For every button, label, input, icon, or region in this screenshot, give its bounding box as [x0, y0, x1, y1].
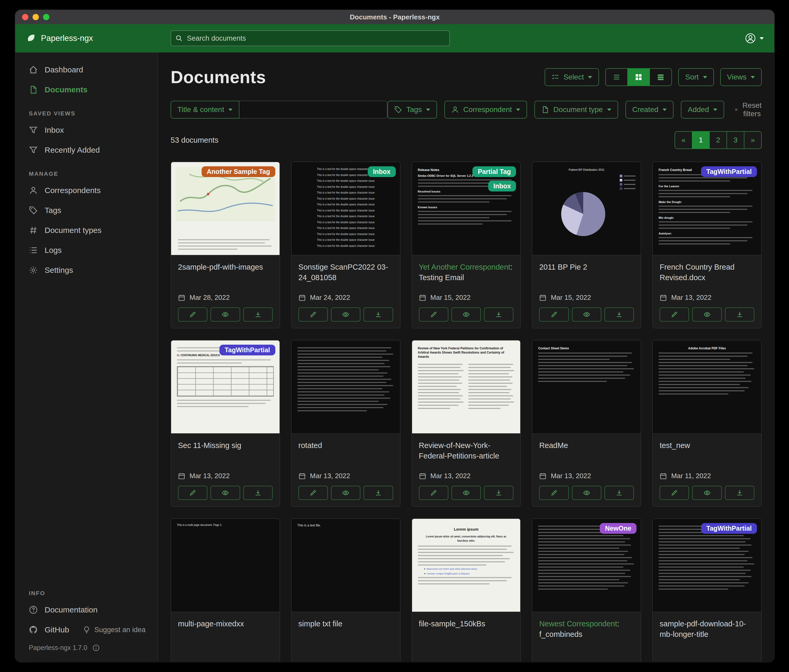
created-filter-button[interactable]: Created [626, 101, 674, 119]
document-title[interactable]: Yet Another Correspondent: Testing Email [419, 262, 514, 283]
edit-document-button[interactable] [660, 307, 689, 322]
title-content-dropdown[interactable]: Title & content [171, 101, 240, 119]
sidebar-item-recently-added[interactable]: Recently Added [15, 140, 158, 160]
document-thumbnail[interactable]: This is a test for the double space char… [292, 162, 400, 255]
document-card[interactable]: Contact Sheet DemoReadMeMar 13, 2022 [532, 340, 641, 507]
document-title[interactable]: multi-page-mixedxx [178, 618, 273, 629]
user-menu[interactable] [745, 33, 764, 44]
sidebar-item-logs[interactable]: Logs [15, 240, 158, 260]
document-title[interactable]: Sonstige ScanPC2022 03-24_081058 [299, 262, 393, 283]
document-correspondent[interactable]: Yet Another Correspondent [419, 263, 511, 271]
document-thumbnail[interactable]: Lorem ipsumLorem ipsum dolor sit amet, c… [412, 519, 521, 612]
document-card[interactable]: Another Sample Tag2sample-pdf-with-image… [171, 162, 280, 328]
sidebar-item-correspondents[interactable]: Correspondents [15, 180, 158, 201]
document-card[interactable]: Adobe Acrobat PDF Filestest_newMar 11, 2… [652, 340, 762, 507]
document-title[interactable]: sample-pdf-download-10-mb-longer-title [660, 618, 754, 640]
document-thumbnail[interactable]: French Country BreadFor the LeavenMake t… [653, 162, 761, 255]
pagination-next-button[interactable]: » [744, 131, 762, 149]
view-document-button[interactable] [452, 486, 481, 500]
pagination-prev-button[interactable]: « [674, 131, 692, 149]
document-card[interactable]: This is a test for the double space char… [291, 162, 401, 328]
edit-document-button[interactable] [299, 486, 328, 500]
detail-view-button[interactable] [649, 68, 672, 86]
document-title[interactable]: 2sample-pdf-with-images [178, 262, 273, 272]
document-thumbnail[interactable]: Patient BP Distribution 2011 [532, 162, 641, 255]
tag-badge[interactable]: TagWithPartial [701, 523, 757, 534]
app-brand[interactable]: Paperless-ngx [26, 33, 158, 43]
tags-filter-button[interactable]: Tags [387, 101, 437, 119]
select-button[interactable]: Select [545, 68, 599, 86]
list-view-button[interactable] [605, 68, 628, 86]
view-document-button[interactable] [211, 486, 240, 500]
reset-filters-button[interactable]: Reset filters [732, 101, 766, 119]
document-card[interactable]: Patient BP Distribution 20112011 BP Pie … [532, 162, 641, 328]
search-input[interactable] [171, 30, 450, 46]
close-window-button[interactable] [22, 14, 28, 20]
document-thumbnail[interactable]: Another Sample Tag [171, 162, 280, 255]
view-document-button[interactable] [211, 307, 240, 322]
download-document-button[interactable] [243, 307, 273, 322]
edit-document-button[interactable] [178, 307, 208, 322]
document-title[interactable]: Newest Correspondent: f_combineds [539, 618, 634, 640]
sidebar-item-document-types[interactable]: Document types [15, 220, 158, 240]
grid-view-button[interactable] [627, 68, 650, 86]
download-document-button[interactable] [604, 486, 634, 500]
sidebar-item-documents[interactable]: Documents [15, 80, 158, 100]
document-card[interactable]: rotatedMar 13, 2022 [291, 340, 401, 507]
document-thumbnail[interactable]: NewOne [532, 519, 641, 612]
document-card[interactable]: I.I. CONTINUING MEDICAL EDUCATagWithPart… [171, 340, 280, 507]
document-thumbnail[interactable]: Adobe Acrobat PDF Files [653, 341, 761, 434]
sidebar-item-dashboard[interactable]: Dashboard [15, 60, 158, 80]
download-document-button[interactable] [484, 307, 513, 322]
tag-badge[interactable]: NewOne [600, 523, 637, 534]
document-title[interactable]: 2011 BP Pie 2 [539, 262, 634, 272]
download-document-button[interactable] [725, 486, 754, 500]
minimize-window-button[interactable] [32, 14, 39, 20]
edit-document-button[interactable] [539, 307, 569, 322]
edit-document-button[interactable] [660, 486, 689, 500]
info-circle-icon[interactable] [93, 644, 100, 651]
tag-badge[interactable]: Partial Tag [473, 166, 516, 177]
suggest-idea-link[interactable]: Suggest an idea [83, 626, 145, 634]
document-title[interactable]: test_new [660, 440, 754, 451]
sidebar-item-settings[interactable]: Settings [15, 260, 158, 280]
document-thumbnail[interactable]: Release NotesSimba ODBC Driver for SQL S… [412, 162, 521, 255]
download-document-button[interactable] [364, 486, 393, 500]
document-title[interactable]: Review-of-New-York-Federal-Petitions-art… [419, 440, 514, 461]
document-card[interactable]: This is a multi page document. Page 1.mu… [171, 518, 280, 662]
sidebar-item-github[interactable]: GitHub [15, 620, 83, 640]
view-document-button[interactable] [692, 307, 722, 322]
tag-badge[interactable]: Inbox [488, 181, 516, 191]
added-filter-button[interactable]: Added [681, 101, 724, 119]
document-title[interactable]: rotated [299, 440, 393, 451]
document-card[interactable]: Lorem ipsumLorem ipsum dolor sit amet, c… [412, 518, 521, 662]
download-document-button[interactable] [725, 307, 754, 322]
pagination-page-3-button[interactable]: 3 [727, 131, 744, 149]
view-document-button[interactable] [572, 307, 601, 322]
tag-badge[interactable]: Inbox [368, 166, 396, 177]
document-title[interactable]: simple txt file [299, 618, 393, 629]
edit-document-button[interactable] [539, 486, 569, 500]
download-document-button[interactable] [484, 486, 513, 500]
edit-document-button[interactable] [419, 486, 448, 500]
document-card[interactable]: NewOneNewest Correspondent: f_combineds [532, 518, 641, 662]
sidebar-item-inbox[interactable]: Inbox [15, 120, 158, 140]
view-document-button[interactable] [331, 486, 360, 500]
view-document-button[interactable] [331, 307, 360, 322]
document-card[interactable]: TagWithPartialsample-pdf-download-10-mb-… [652, 518, 762, 662]
document-card[interactable]: Release NotesSimba ODBC Driver for SQL S… [412, 162, 521, 328]
document-thumbnail[interactable]: This is a test file. [292, 519, 400, 612]
download-document-button[interactable] [243, 486, 273, 500]
document-thumbnail[interactable]: Review of New York Federal Petitions for… [412, 341, 521, 434]
view-document-button[interactable] [572, 486, 601, 500]
document-thumbnail[interactable]: I.I. CONTINUING MEDICAL EDUCATagWithPart… [171, 341, 280, 434]
correspondent-filter-button[interactable]: Correspondent [444, 101, 527, 119]
sidebar-item-tags[interactable]: Tags [15, 201, 158, 220]
pagination-page-2-button[interactable]: 2 [709, 131, 727, 149]
document-type-filter-button[interactable]: Document type [534, 101, 618, 119]
tag-badge[interactable]: TagWithPartial [219, 345, 275, 355]
edit-document-button[interactable] [299, 307, 328, 322]
document-thumbnail[interactable]: TagWithPartial [653, 519, 761, 612]
edit-document-button[interactable] [419, 307, 448, 322]
document-title[interactable]: ReadMe [539, 440, 634, 451]
